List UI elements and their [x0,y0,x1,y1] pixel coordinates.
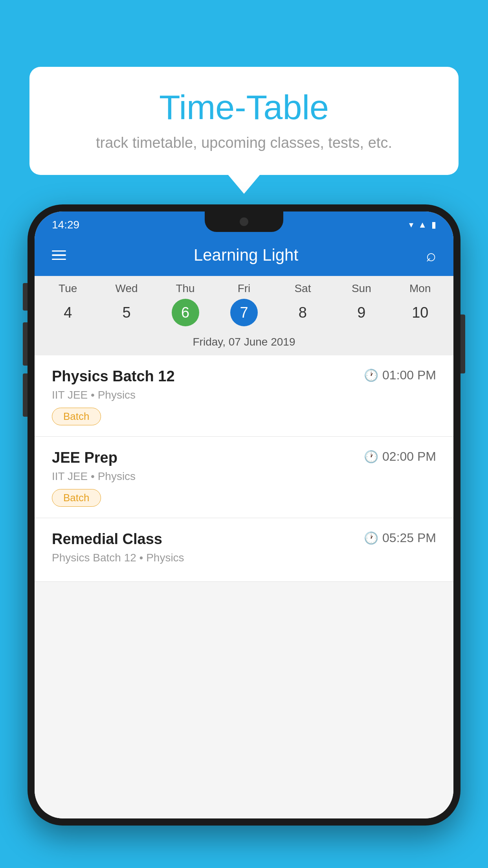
day-header: Wed [97,282,156,295]
search-icon[interactable]: ⌕ [426,245,436,265]
calendar-strip: TueWedThuFriSatSunMon 45678910 Friday, 0… [35,276,453,355]
schedule-item-header: Remedial Class 🕐 05:25 PM [52,531,436,548]
phone-camera [240,217,248,226]
phone-button-volume-down [23,373,28,417]
schedule-item-title: Physics Batch 12 [52,368,175,385]
day-header: Sun [332,282,391,295]
selected-date: Friday, 07 June 2019 [35,332,453,355]
menu-line-1 [52,250,66,252]
clock-icon: 🕐 [364,368,378,382]
app-bar: Learning Light ⌕ [35,237,453,276]
schedule-item-header: JEE Prep 🕐 02:00 PM [52,449,436,466]
schedule-item-time: 🕐 05:25 PM [364,531,436,545]
clock-icon: 🕐 [364,450,378,463]
signal-icon: ▲ [418,220,427,230]
phone-notch [205,211,283,232]
phone-button-power [460,314,465,373]
schedule-item[interactable]: JEE Prep 🕐 02:00 PM IIT JEE • Physics Ba… [35,437,453,518]
day-header: Sat [273,282,332,295]
status-icons: ▾ ▲ ▮ [409,220,436,230]
schedule-item-time: 🕐 02:00 PM [364,449,436,464]
batch-badge: Batch [52,489,101,507]
schedule-item-title: Remedial Class [52,531,162,548]
battery-icon: ▮ [431,220,436,230]
day-cell[interactable]: 4 [39,299,97,326]
day-number: 9 [357,299,365,326]
schedule-item-subtitle: Physics Batch 12 • Physics [52,552,436,564]
day-number: 10 [412,299,428,326]
day-header: Tue [39,282,97,295]
menu-line-2 [52,254,66,256]
schedule-item[interactable]: Remedial Class 🕐 05:25 PM Physics Batch … [35,518,453,582]
phone-wrapper: 14:29 ▾ ▲ ▮ Learning Light ⌕ [28,204,460,868]
tooltip-subtitle: track timetable, upcoming classes, tests… [53,134,435,151]
day-cell[interactable]: 9 [332,299,391,326]
schedule-item[interactable]: Physics Batch 12 🕐 01:00 PM IIT JEE • Ph… [35,355,453,437]
phone-screen: 14:29 ▾ ▲ ▮ Learning Light ⌕ [35,211,453,818]
schedule-item-subtitle: IIT JEE • Physics [52,389,436,401]
day-cell[interactable]: 8 [273,299,332,326]
clock-icon: 🕐 [364,531,378,545]
day-cell[interactable]: 10 [391,299,449,326]
schedule-item-time: 🕐 01:00 PM [364,368,436,383]
day-number: 7 [230,299,258,326]
schedule-item-header: Physics Batch 12 🕐 01:00 PM [52,368,436,385]
day-cell[interactable]: 6 [156,299,215,326]
day-header: Mon [391,282,449,295]
menu-line-3 [52,259,66,260]
phone-frame: 14:29 ▾ ▲ ▮ Learning Light ⌕ [28,204,460,826]
day-header: Fri [215,282,273,295]
day-cell[interactable]: 7 [215,299,273,326]
wifi-icon: ▾ [409,220,413,230]
hamburger-menu-button[interactable] [52,250,66,260]
phone-button-volume-up [23,322,28,366]
phone-button-left-top [23,283,28,311]
tooltip-card: Time-Table track timetable, upcoming cla… [29,67,459,175]
status-time: 14:29 [52,219,79,231]
day-number: 6 [172,299,199,326]
batch-badge: Batch [52,408,101,425]
day-header: Thu [156,282,215,295]
day-numbers: 45678910 [35,296,453,332]
schedule-list: Physics Batch 12 🕐 01:00 PM IIT JEE • Ph… [35,355,453,818]
day-number: 5 [123,299,131,326]
schedule-item-title: JEE Prep [52,449,117,466]
day-headers: TueWedThuFriSatSunMon [35,276,453,296]
day-number: 8 [299,299,307,326]
app-bar-title: Learning Light [194,246,298,265]
tooltip-title: Time-Table [53,88,435,127]
schedule-item-subtitle: IIT JEE • Physics [52,470,436,483]
day-cell[interactable]: 5 [97,299,156,326]
day-number: 4 [64,299,72,326]
